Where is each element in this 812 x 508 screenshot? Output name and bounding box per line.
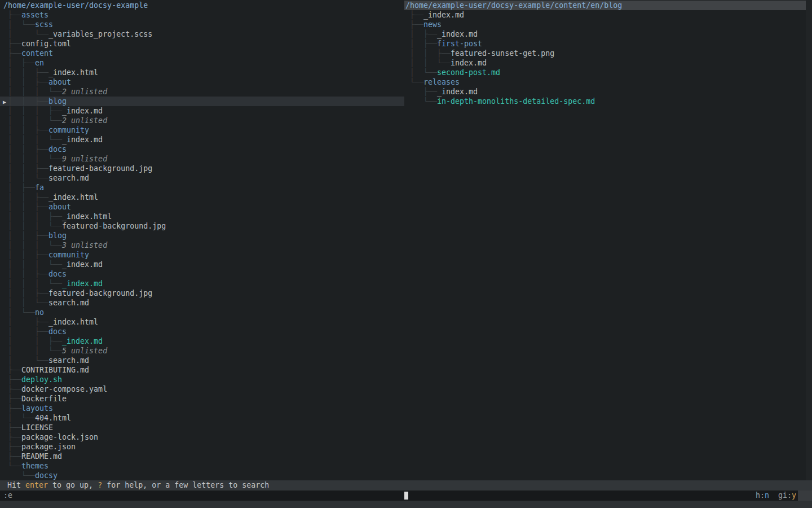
- tree-row[interactable]: │ │ ├──featured-sunset-get.png: [404, 49, 812, 58]
- tree-row[interactable]: └──in-depth-monoliths-detailed-spec.md: [404, 97, 812, 106]
- entry-name: _index.md: [62, 135, 103, 144]
- tree-branch-lines: │ ├──: [405, 30, 437, 38]
- tree-row[interactable]: │ │ ├──_index.html: [0, 68, 404, 77]
- tree-row[interactable]: │ │ └──index.md: [404, 58, 812, 68]
- tree-row[interactable]: │ │ └──search.md: [0, 173, 404, 183]
- tree-row[interactable]: │ │ │ ├──_index.md: [0, 106, 404, 116]
- tree-row[interactable]: └──themes: [0, 461, 404, 471]
- tree-row[interactable]: ├──docker-compose.yaml: [0, 384, 404, 394]
- entry-name: search.md: [48, 299, 89, 307]
- entry-name: 2 unlisted: [62, 87, 107, 96]
- tree-row[interactable]: │ │ │ ├──_index.html: [0, 212, 404, 221]
- left-panel-input[interactable]: :e: [0, 491, 404, 501]
- tree-row[interactable]: └──releases: [404, 77, 812, 87]
- tree-branch-lines: ├──: [3, 385, 21, 393]
- entry-name: _index.html: [48, 193, 98, 202]
- entry-name: themes: [21, 462, 48, 470]
- tree-row[interactable]: ├──package.json: [0, 442, 404, 452]
- tree-row[interactable]: │ │ ├──_index.html: [0, 192, 404, 202]
- scrollbar-track[interactable]: [806, 0, 812, 480]
- tree-row[interactable]: │ │ │ └──_index.md: [0, 260, 404, 269]
- tree-row[interactable]: │ ├──fa: [0, 183, 404, 192]
- tree-row[interactable]: │ │ ├──_index.md: [0, 336, 404, 346]
- status-segment: ?: [98, 481, 102, 489]
- tree-branch-lines: ├──: [3, 443, 21, 451]
- tree-row[interactable]: │ ├──_index.md: [404, 29, 812, 39]
- entry-name: search.md: [48, 174, 89, 182]
- left-tree-rows: ├──assets │ └──scss │ └──_variables_proj…: [0, 10, 404, 480]
- tree-row[interactable]: │ │ │ └──_index.md: [0, 279, 404, 288]
- tree-row[interactable]: │ └──_variables_project.scss: [0, 29, 404, 39]
- entry-name: 2 unlisted: [62, 116, 107, 125]
- tree-row[interactable]: │ │ └──5 unlisted: [0, 346, 404, 356]
- tree-branch-lines: ├──: [3, 375, 21, 384]
- right-tree-panel: /home/example-user/docsy-example/content…: [404, 0, 812, 480]
- tree-row[interactable]: ├──_index.md: [404, 10, 812, 20]
- tree-row[interactable]: │ │ │ └──_index.md: [0, 135, 404, 144]
- tree-row[interactable]: │ │ ├──community: [0, 125, 404, 135]
- entry-name: docsy: [35, 471, 58, 480]
- tree-row[interactable]: ├──Dockerfile: [0, 394, 404, 404]
- entry-name: featured-background.jpg: [62, 222, 166, 230]
- tree-row[interactable]: │ │ │ └──featured-background.jpg: [0, 221, 404, 231]
- tree-row[interactable]: │ └──404.html: [0, 413, 404, 423]
- entry-name: layouts: [21, 404, 53, 413]
- tree-row[interactable]: │ │ ├──blog: [0, 231, 404, 240]
- tree-row[interactable]: │ └──second-post.md: [404, 68, 812, 77]
- tree-row[interactable]: ├──assets: [0, 10, 404, 20]
- tree-row[interactable]: ├──content: [0, 49, 404, 58]
- tree-row[interactable]: │ └──no: [0, 308, 404, 317]
- tree-row[interactable]: ▶ │ │ ├──blog: [0, 97, 404, 106]
- tree-row[interactable]: │ │ └──search.md: [0, 298, 404, 308]
- tree-row[interactable]: ├──_index.md: [404, 87, 812, 97]
- tree-row[interactable]: │ │ │ └──2 unlisted: [0, 87, 404, 97]
- tree-row[interactable]: │ │ ├──docs: [0, 144, 404, 154]
- entry-name: docs: [48, 270, 67, 278]
- tree-row[interactable]: │ └──search.md: [0, 356, 404, 365]
- tree-branch-lines: ├──: [3, 452, 21, 461]
- tree-branch-lines: │ └──: [3, 308, 35, 317]
- bottom-margin: [0, 501, 812, 508]
- selection-arrow-icon: ▶: [3, 97, 6, 107]
- tree-row[interactable]: ├──layouts: [0, 404, 404, 413]
- tree-row[interactable]: │ │ ├──about: [0, 77, 404, 87]
- tree-branch-lines: └──: [3, 471, 35, 480]
- tree-row[interactable]: ├──config.toml: [0, 39, 404, 49]
- tree-branch-lines: ├──: [3, 366, 21, 374]
- tree-row[interactable]: ├──CONTRIBUTING.md: [0, 365, 404, 375]
- tree-branch-lines: │ │ ├──: [3, 78, 48, 86]
- entry-name: 9 unlisted: [62, 155, 107, 163]
- right-panel-path[interactable]: /home/example-user/docsy-example/content…: [404, 1, 806, 10]
- tree-row[interactable]: │ ├──docs: [0, 327, 404, 336]
- tree-row[interactable]: │ │ ├──about: [0, 202, 404, 212]
- tree-branch-lines: │ │ ├──: [3, 126, 48, 134]
- tree-branch-lines: │ │ └──: [405, 59, 451, 67]
- tree-row[interactable]: ├──news: [404, 20, 812, 29]
- left-panel-path[interactable]: /home/example-user/docsy-example: [0, 1, 404, 10]
- tree-row[interactable]: ├──LICENSE: [0, 423, 404, 432]
- tree-branch-lines: │ │ ├──: [3, 270, 48, 278]
- tree-row[interactable]: │ │ │ └──2 unlisted: [0, 116, 404, 125]
- tree-row[interactable]: │ ├──_index.html: [0, 317, 404, 327]
- tree-row[interactable]: │ │ ├──community: [0, 250, 404, 260]
- tree-row[interactable]: ├──README.md: [0, 452, 404, 461]
- tree-row[interactable]: │ │ ├──docs: [0, 269, 404, 279]
- tree-row[interactable]: │ └──scss: [0, 20, 404, 29]
- tree-row[interactable]: │ │ ├──featured-background.jpg: [0, 288, 404, 298]
- right-panel-input[interactable]: [404, 491, 812, 501]
- tree-row[interactable]: ├──package-lock.json: [0, 432, 404, 442]
- status-segment: to go up,: [48, 481, 98, 489]
- tree-branch-lines: │ │ ├──: [3, 68, 48, 77]
- tree-branch-lines: │ │ │ └──: [3, 155, 62, 163]
- tree-row[interactable]: │ │ │ └──3 unlisted: [0, 240, 404, 250]
- tree-row[interactable]: ├──deploy.sh: [0, 375, 404, 384]
- tree-row[interactable]: │ ├──en: [0, 58, 404, 68]
- tree-row[interactable]: └──docsy: [0, 471, 404, 480]
- tree-row[interactable]: │ │ ├──featured-background.jpg: [0, 164, 404, 173]
- tree-branch-lines: │ ├──: [3, 318, 48, 326]
- tree-row[interactable]: │ ├──first-post: [404, 39, 812, 49]
- entry-name: search.md: [48, 356, 89, 365]
- entry-name: README.md: [21, 452, 62, 461]
- tree-row[interactable]: │ │ │ └──9 unlisted: [0, 154, 404, 164]
- entry-name: docs: [48, 145, 67, 154]
